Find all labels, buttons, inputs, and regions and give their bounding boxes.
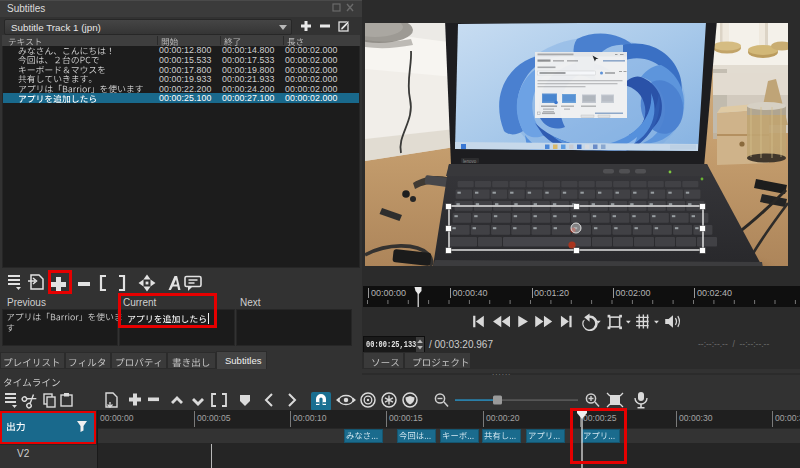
svg-text:lenovo: lenovo: [463, 159, 477, 164]
